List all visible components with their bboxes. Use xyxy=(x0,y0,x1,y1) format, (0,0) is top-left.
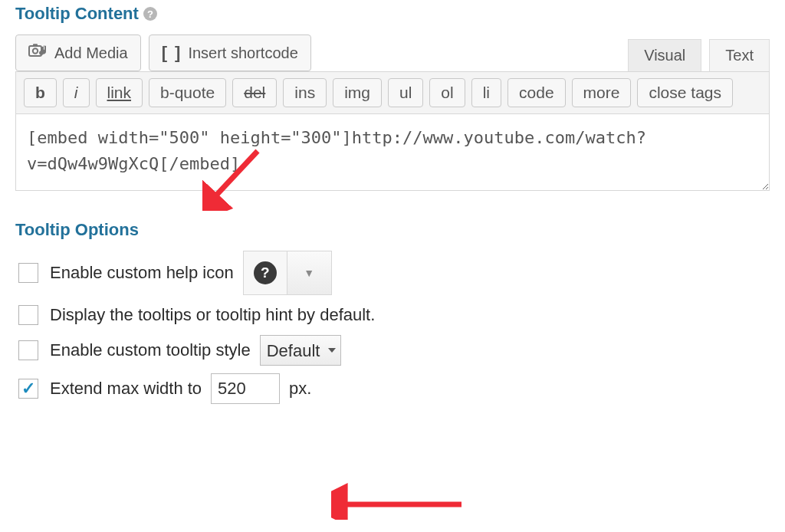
help-icon-preview: ? xyxy=(243,251,287,295)
extend-width-label-right: px. xyxy=(289,379,311,399)
enable-style-label: Enable custom tooltip style xyxy=(50,340,251,360)
qt-italic-button[interactable]: i xyxy=(63,78,90,107)
brackets-icon: [ ] xyxy=(162,43,182,63)
enable-icon-label: Enable custom help icon xyxy=(50,263,234,283)
qt-ins-button[interactable]: ins xyxy=(283,78,327,107)
qt-closetags-button[interactable]: close tags xyxy=(637,78,733,107)
svg-rect-2 xyxy=(33,44,38,46)
tab-visual[interactable]: Visual xyxy=(628,39,701,71)
style-select[interactable]: Default xyxy=(260,335,341,366)
section-heading-options: Tooltip Options xyxy=(15,220,770,240)
display-default-checkbox[interactable] xyxy=(18,305,38,325)
arrow-annotation-bottom xyxy=(331,481,469,520)
insert-shortcode-button[interactable]: [ ] Insert shortcode xyxy=(149,34,311,71)
question-circle-icon: ? xyxy=(254,261,277,284)
tab-text[interactable]: Text xyxy=(709,39,770,71)
qt-img-button[interactable]: img xyxy=(333,78,382,107)
camera-music-icon xyxy=(28,43,48,64)
enable-icon-checkbox[interactable] xyxy=(18,263,38,283)
display-default-label: Display the tooltips or tooltip hint by … xyxy=(50,305,375,325)
help-circle-icon[interactable]: ? xyxy=(143,7,157,21)
qt-link-button[interactable]: link xyxy=(96,78,143,107)
qt-bold-button[interactable]: b xyxy=(24,78,57,107)
qt-bquote-button[interactable]: b-quote xyxy=(149,78,226,107)
insert-shortcode-label: Insert shortcode xyxy=(188,44,297,62)
qt-code-button[interactable]: code xyxy=(507,78,566,107)
content-textarea[interactable]: [embed width="500" height="300"]http://w… xyxy=(15,114,770,191)
qt-li-button[interactable]: li xyxy=(471,78,501,107)
section-heading-content: Tooltip Content ? xyxy=(15,4,770,24)
qt-ol-button[interactable]: ol xyxy=(429,78,465,107)
enable-style-checkbox[interactable] xyxy=(18,340,38,360)
svg-rect-0 xyxy=(29,46,41,56)
qt-ul-button[interactable]: ul xyxy=(388,78,423,107)
extend-width-label-left: Extend max width to xyxy=(50,379,202,399)
qt-del-button[interactable]: del xyxy=(232,78,277,107)
extend-width-checkbox[interactable] xyxy=(18,379,38,399)
qt-more-button[interactable]: more xyxy=(572,78,632,107)
heading-content-text: Tooltip Content xyxy=(15,4,139,24)
editor-topbar: Add Media [ ] Insert shortcode Visual Te… xyxy=(15,34,770,71)
add-media-label: Add Media xyxy=(54,44,128,62)
add-media-button[interactable]: Add Media xyxy=(15,34,141,71)
help-icon-dropdown[interactable]: ▼ xyxy=(287,251,332,295)
extend-width-input[interactable] xyxy=(211,373,280,404)
quicktags-toolbar: b i link b-quote del ins img ul ol li co… xyxy=(15,71,770,114)
heading-options-text: Tooltip Options xyxy=(15,220,139,240)
svg-point-1 xyxy=(33,48,38,53)
